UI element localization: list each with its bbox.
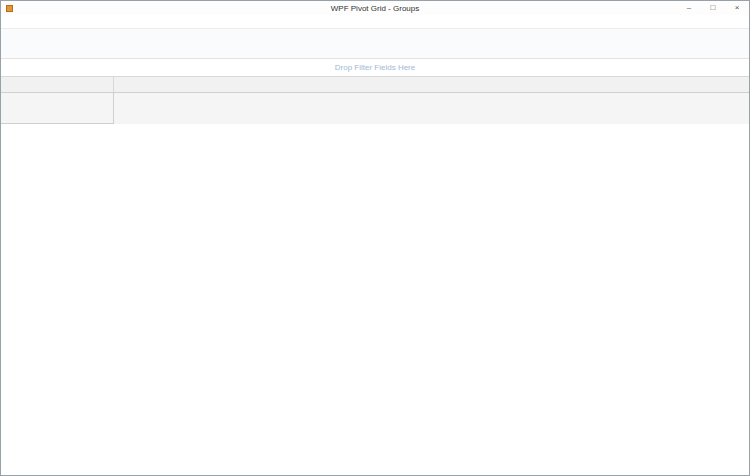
- drop-filter-text: Drop Filter Fields Here: [335, 63, 415, 72]
- minimize-button[interactable]: –: [677, 1, 701, 15]
- titlebar: WPF Pivot Grid - Groups – □ ×: [1, 1, 749, 15]
- window-title: WPF Pivot Grid - Groups: [1, 4, 749, 13]
- pivot-field-band: [1, 76, 749, 93]
- maximize-button[interactable]: □: [701, 1, 725, 15]
- app-window: WPF Pivot Grid - Groups – □ × Drop Filte…: [0, 0, 750, 476]
- window-controls: – □ ×: [677, 1, 749, 15]
- toolbar: [1, 29, 749, 59]
- pivot-grid: [1, 76, 749, 124]
- menubar: [1, 15, 749, 29]
- close-button[interactable]: ×: [725, 1, 749, 15]
- row-fields-area: [1, 93, 114, 124]
- pivot-header-band: [1, 93, 749, 124]
- drop-filter-area[interactable]: Drop Filter Fields Here: [1, 59, 749, 76]
- column-headers: [114, 93, 750, 124]
- column-fields-area: [114, 77, 118, 92]
- data-field-area: [1, 77, 114, 92]
